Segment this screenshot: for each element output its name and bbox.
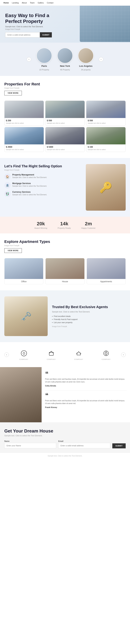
trusted-credit: Image from Freepik — [52, 326, 126, 328]
property-info-4: $ 5400 Sample text click to select — [45, 144, 85, 152]
testimonial-0: ❝ Proin sed libero enim sed faucibus tur… — [45, 372, 126, 387]
city-newyork-count: 46 Property — [60, 69, 70, 71]
apt-label-1: House — [46, 279, 84, 284]
nav-link-landing[interactable]: Landing — [12, 2, 19, 4]
service-icon-1: 🏦 — [4, 182, 11, 188]
trusted-image: 🗝️ — [4, 296, 48, 336]
stat-label-2: Happy Customer — [81, 227, 96, 229]
city-la-count: 34 property — [81, 69, 91, 71]
city-newyork-image — [57, 48, 73, 63]
apt-view-more-button[interactable]: VIEW MORE — [4, 248, 22, 253]
city-newyork-name: New York — [60, 65, 70, 67]
property-price-1: $ 550 — [47, 120, 83, 122]
partners-prev-button[interactable]: ‹ — [4, 352, 9, 357]
property-image-4 — [45, 127, 85, 144]
hero-image — [80, 6, 130, 42]
dream-submit-button[interactable]: SUBMIT — [112, 443, 126, 448]
partner-4: COMPANY — [94, 346, 118, 363]
apartment-types-section: Explore Apartment Types Image from Freep… — [0, 234, 130, 290]
apt-image-1 — [46, 258, 84, 279]
properties-rent-title: Properties For Rent — [4, 82, 126, 86]
partner-3-name: COMPANY — [74, 358, 83, 360]
selling-image: 🔑 — [86, 164, 126, 211]
house-image — [0, 367, 42, 422]
footer-text: Sample text. Click to select the Text El… — [4, 455, 126, 457]
property-image-1 — [45, 101, 85, 118]
city-la-image — [78, 48, 94, 63]
stat-item-1: 14k Property Ready — [57, 221, 71, 229]
partner-1: COMPANY — [12, 346, 36, 363]
property-card-5[interactable]: $ 150 Sample text click to select — [86, 127, 126, 152]
partner-2-name: COMPANY — [47, 358, 56, 360]
nav-link-team[interactable]: Team — [30, 2, 34, 4]
property-card-3[interactable]: $ 2500 Sample text click to select — [4, 127, 44, 152]
service-title-1: Mortgage Services — [12, 182, 47, 184]
selling-image-credit: Image from Freepik — [4, 169, 82, 171]
trusted-section: 🗝️ Trusted By Best Exclusive Agents Samp… — [0, 290, 130, 342]
property-info-1: $ 550 Sample text click to select — [45, 118, 85, 126]
property-card-1[interactable]: $ 550 Sample text click to select — [45, 100, 85, 126]
trusted-feature-1: Friendly host & Fast support — [52, 318, 126, 320]
service-desc-1: Sample text. Click to select the Text El… — [12, 185, 47, 187]
testimonial-author-0: Celia Alreda — [45, 385, 126, 387]
partners-carousel: ‹ COMPANY COMPANY COMPANY COMPANY › — [4, 346, 126, 363]
service-text-2: Currency Services Sample text. Click to … — [12, 191, 47, 196]
stats-section: 20k Award Winning 14k Property Ready 2m … — [0, 217, 130, 234]
nav-link-gallery[interactable]: Gallery — [38, 2, 44, 4]
property-card-0[interactable]: $ 250 Sample text click to select — [4, 100, 44, 126]
dream-name-input[interactable] — [4, 443, 56, 448]
apt-card-2[interactable]: Appartments — [87, 258, 126, 284]
stat-number-2: 2m — [81, 221, 96, 226]
nav-link-about[interactable]: About — [22, 2, 27, 4]
property-desc-1: Sample text click to select — [47, 122, 83, 124]
property-desc-3: Sample text click to select — [6, 149, 42, 150]
partner-3-icon — [74, 349, 83, 358]
dream-name-label: Name — [4, 440, 56, 442]
rent-view-more-button[interactable]: VIEW MORE — [4, 91, 22, 96]
hero-image-credit: Image from Freepik — [5, 28, 64, 30]
quote-mark-0: ❝ — [45, 372, 126, 376]
stat-item-2: 2m Happy Customer — [81, 221, 96, 229]
apartment-grid: Office House Appartments — [4, 258, 126, 284]
cities-prev-button[interactable]: ‹ — [27, 57, 31, 62]
apt-card-1[interactable]: House — [45, 258, 84, 284]
trusted-feature-0: Find excellent deals — [52, 315, 126, 317]
testimonial-author-1: Frank Kinney — [45, 406, 126, 408]
keys-icon: 🔑 — [99, 181, 112, 194]
property-price-3: $ 2500 — [6, 146, 42, 148]
apt-image-0 — [5, 258, 43, 279]
property-price-5: $ 150 — [88, 146, 124, 148]
selling-title: Let's Find The Right Selling Option — [4, 164, 82, 168]
navigation: HomeLandingAboutTeamGalleryContact — [0, 0, 130, 6]
service-item-0: 🏠 Property Management Sample text. Click… — [4, 174, 82, 180]
cities-next-button[interactable]: › — [99, 57, 103, 62]
service-text-1: Mortgage Services Sample text. Click to … — [12, 182, 47, 187]
property-card-2[interactable]: $ 550 Sample text click to select — [86, 100, 126, 126]
stat-label-1: Property Ready — [57, 227, 71, 229]
city-paris-name: Paris — [41, 65, 47, 67]
property-price-4: $ 5400 — [47, 146, 83, 148]
apt-card-0[interactable]: Office — [4, 258, 43, 284]
apt-label-0: Office — [5, 279, 43, 284]
testimonials-section: ❝ Proin sed libero enim sed faucibus tur… — [0, 367, 130, 422]
selling-content: Let's Find The Right Selling Option Imag… — [4, 164, 82, 200]
property-image-2 — [86, 101, 125, 118]
property-desc-5: Sample text click to select — [88, 149, 124, 150]
cities-section: ‹ Paris 10 Property New York 46 Property… — [0, 42, 130, 76]
partner-4-icon — [102, 349, 110, 358]
stat-label-0: Award Winning — [34, 227, 47, 229]
nav-link-home[interactable]: Home — [4, 2, 9, 4]
apartment-types-title: Explore Apartment Types — [4, 240, 126, 244]
nav-link-contact[interactable]: Contact — [47, 2, 53, 4]
service-desc-0: Sample text. Click to select the Text El… — [12, 176, 47, 179]
property-card-4[interactable]: $ 5400 Sample text click to select — [45, 127, 85, 152]
hero-submit-button[interactable]: SUBMIT — [40, 32, 52, 38]
partners-next-button[interactable]: › — [121, 352, 126, 357]
email-input[interactable] — [5, 32, 40, 38]
property-info-3: $ 2500 Sample text click to select — [5, 144, 44, 152]
city-paris: Paris 10 Property — [36, 48, 52, 71]
testimonials-content: ❝ Proin sed libero enim sed faucibus tur… — [42, 367, 130, 422]
apartment-types-header: Explore Apartment Types Image from Freep… — [4, 240, 126, 256]
dream-email-input[interactable] — [58, 443, 110, 448]
partner-1-name: COMPANY — [19, 358, 28, 360]
